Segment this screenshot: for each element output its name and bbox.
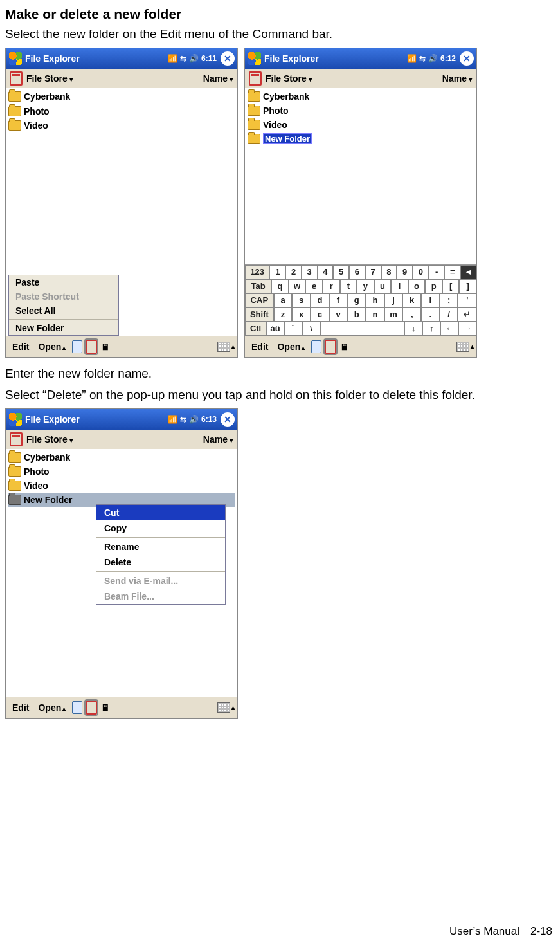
sip-caret[interactable]: ▴ <box>231 704 235 711</box>
osk-key[interactable]: r <box>323 279 340 293</box>
osk-key[interactable]: p <box>425 279 442 293</box>
osk-key[interactable]: - <box>429 265 445 279</box>
osk-key[interactable]: x <box>292 307 311 322</box>
folder-row[interactable]: Cyberbank <box>8 89 235 104</box>
folder-row[interactable]: Photo <box>8 104 235 118</box>
osk-key[interactable]: \ <box>302 322 320 336</box>
osk-tab[interactable]: Tab <box>245 279 271 293</box>
folder-row[interactable]: Cyberbank <box>248 89 474 104</box>
osk-key[interactable]: 1 <box>269 265 285 279</box>
folder-row[interactable]: Video <box>8 479 235 493</box>
network-icon[interactable] <box>338 340 351 353</box>
osk-key[interactable]: . <box>421 307 440 322</box>
keyboard-icon[interactable] <box>217 340 230 353</box>
folder-row[interactable]: Photo <box>8 464 235 479</box>
osk-key[interactable]: n <box>366 307 384 322</box>
menu-paste[interactable]: Paste <box>9 275 118 289</box>
folder-row[interactable]: Video <box>248 118 474 132</box>
osk-key[interactable]: 5 <box>333 265 349 279</box>
osk-key[interactable]: ' <box>458 293 476 307</box>
osk-key[interactable]: y <box>357 279 374 293</box>
start-icon[interactable] <box>8 412 23 427</box>
ctx-copy[interactable]: Copy <box>96 520 225 536</box>
sort-dropdown[interactable]: Name <box>203 434 233 445</box>
osk-key[interactable]: 3 <box>302 265 318 279</box>
edit-menu-button[interactable]: Edit <box>8 340 33 353</box>
osk-key[interactable]: ` <box>284 322 302 336</box>
osk-key[interactable]: i <box>391 279 408 293</box>
sort-dropdown[interactable]: Name <box>442 73 473 84</box>
osk-key[interactable]: g <box>347 293 366 307</box>
osk-key[interactable]: ; <box>440 293 458 307</box>
osk-key[interactable]: a <box>274 293 293 307</box>
osk-key[interactable]: m <box>384 307 403 322</box>
network-icon[interactable] <box>99 340 112 353</box>
osk-key[interactable]: 6 <box>349 265 365 279</box>
keyboard-icon[interactable] <box>217 701 230 714</box>
osk-key[interactable]: d <box>311 293 329 307</box>
osk-key[interactable]: h <box>366 293 384 307</box>
osk-key[interactable]: v <box>329 307 348 322</box>
osk-key[interactable]: ] <box>459 279 476 293</box>
osk-key[interactable]: t <box>340 279 357 293</box>
folder-row[interactable]: Video <box>8 118 235 133</box>
close-button[interactable]: ✕ <box>221 412 235 427</box>
osk-key[interactable]: 123 <box>245 265 269 279</box>
osk-key[interactable]: u <box>374 279 392 293</box>
device-icon[interactable] <box>71 340 84 353</box>
osk-key[interactable]: s <box>292 293 311 307</box>
menu-new-folder[interactable]: New Folder <box>9 321 118 335</box>
osk-accent[interactable]: áü <box>266 322 284 336</box>
location-dropdown[interactable]: File Store <box>266 73 312 84</box>
osk-shift[interactable]: Shift <box>245 307 274 322</box>
osk-key[interactable]: [ <box>442 279 460 293</box>
osk-key[interactable]: / <box>440 307 458 322</box>
osk-key[interactable]: c <box>311 307 329 322</box>
osk-key[interactable]: = <box>444 265 460 279</box>
osk-key[interactable]: z <box>274 307 293 322</box>
osk-key[interactable]: w <box>289 279 306 293</box>
sip-caret[interactable]: ▴ <box>231 343 235 350</box>
osk-key[interactable]: e <box>305 279 323 293</box>
card-icon[interactable] <box>324 340 337 353</box>
osk-key[interactable]: k <box>402 293 421 307</box>
osk-ctrl[interactable]: Ctl <box>245 322 266 336</box>
osk-caps[interactable]: CAP <box>245 293 274 307</box>
device-icon[interactable] <box>310 340 323 353</box>
ctx-rename[interactable]: Rename <box>96 539 225 555</box>
on-screen-keyboard[interactable]: 123 1 2 3 4 5 6 7 8 9 0 - = ◄ Tab q w e … <box>245 264 476 336</box>
osk-key[interactable]: o <box>408 279 426 293</box>
osk-up[interactable]: ↑ <box>422 322 440 336</box>
close-button[interactable]: ✕ <box>221 51 235 66</box>
osk-key[interactable]: 8 <box>381 265 397 279</box>
osk-key[interactable]: 9 <box>397 265 413 279</box>
osk-right[interactable]: → <box>458 322 476 336</box>
network-icon[interactable] <box>99 701 112 714</box>
edit-menu-button[interactable]: Edit <box>8 701 33 714</box>
open-menu-button[interactable]: Open <box>34 340 69 353</box>
osk-space[interactable] <box>320 322 405 336</box>
osk-key[interactable]: 4 <box>318 265 334 279</box>
keyboard-icon[interactable] <box>456 340 469 353</box>
edit-menu-button[interactable]: Edit <box>248 340 272 353</box>
osk-key[interactable]: , <box>402 307 421 322</box>
menu-select-all[interactable]: Select All <box>9 304 118 318</box>
sort-dropdown[interactable]: Name <box>203 73 233 84</box>
osk-key[interactable]: q <box>271 279 289 293</box>
card-icon[interactable] <box>85 701 98 714</box>
device-icon[interactable] <box>71 701 84 714</box>
folder-row[interactable]: Cyberbank <box>8 450 235 464</box>
osk-key[interactable]: b <box>347 307 366 322</box>
card-icon[interactable] <box>85 340 98 353</box>
ctx-cut[interactable]: Cut <box>96 505 225 520</box>
open-menu-button[interactable]: Open <box>34 701 69 714</box>
close-button[interactable]: ✕ <box>460 51 474 66</box>
osk-key[interactable]: j <box>384 293 403 307</box>
osk-key[interactable]: 7 <box>365 265 381 279</box>
sip-caret[interactable]: ▴ <box>471 343 474 350</box>
ctx-delete[interactable]: Delete <box>96 555 225 570</box>
start-icon[interactable] <box>8 51 23 66</box>
start-icon[interactable] <box>248 51 262 66</box>
osk-key[interactable]: 2 <box>285 265 302 279</box>
osk-down[interactable]: ↓ <box>404 322 422 336</box>
